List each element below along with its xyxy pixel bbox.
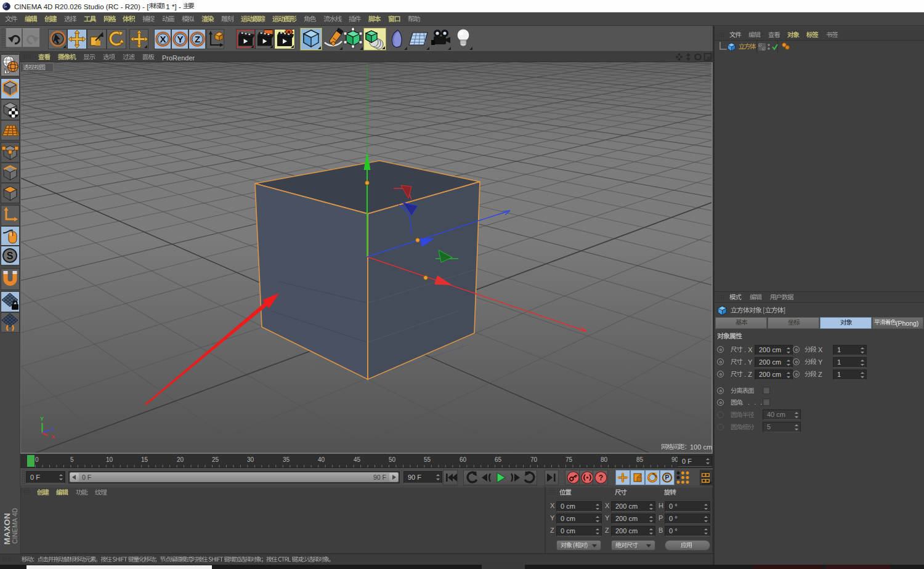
svg-text:55: 55 bbox=[424, 456, 431, 463]
svg-text:S: S bbox=[7, 251, 14, 261]
svg-text:25: 25 bbox=[212, 456, 219, 463]
svg-text:65: 65 bbox=[495, 456, 502, 463]
svg-text:Y: Y bbox=[40, 416, 44, 422]
svg-text:35: 35 bbox=[283, 456, 290, 463]
svg-text:Z: Z bbox=[195, 34, 200, 44]
svg-text:15: 15 bbox=[141, 456, 148, 463]
svg-text:?: ? bbox=[599, 474, 603, 482]
svg-text:X: X bbox=[52, 434, 55, 440]
svg-text:X: X bbox=[160, 34, 166, 44]
svg-text:10: 10 bbox=[106, 456, 113, 463]
svg-text:20: 20 bbox=[177, 456, 184, 463]
svg-text:75: 75 bbox=[565, 456, 573, 463]
svg-text:60: 60 bbox=[460, 456, 467, 463]
svg-text:85: 85 bbox=[636, 456, 644, 463]
svg-text:80: 80 bbox=[601, 456, 608, 463]
svg-text:0: 0 bbox=[35, 456, 39, 463]
svg-text:30: 30 bbox=[247, 456, 254, 463]
svg-text:Y: Y bbox=[177, 34, 183, 44]
svg-text:40: 40 bbox=[318, 456, 325, 463]
svg-text:50: 50 bbox=[389, 456, 396, 463]
svg-text:P: P bbox=[665, 474, 670, 481]
svg-text:5: 5 bbox=[70, 456, 74, 463]
svg-text:45: 45 bbox=[354, 456, 361, 463]
svg-text:Z: Z bbox=[51, 426, 54, 432]
svg-text:70: 70 bbox=[530, 456, 538, 463]
